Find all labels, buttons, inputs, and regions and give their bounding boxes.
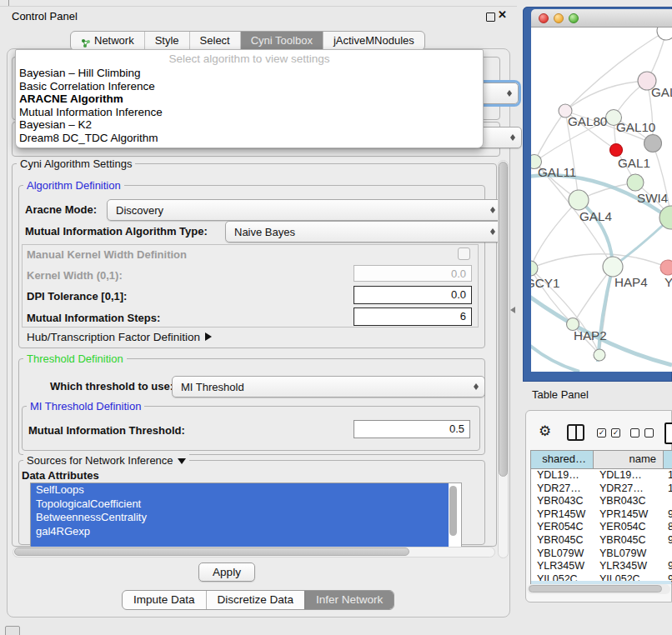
table-cell[interactable]: YBL079W [531, 548, 594, 561]
close-icon[interactable]: ✕ [498, 8, 507, 21]
bottom-tab-impute-data[interactable]: Impute Data [123, 591, 206, 609]
float-panel-icon[interactable] [486, 12, 495, 22]
table-row[interactable]: YPR145WYPR145W9. [531, 508, 672, 522]
checked-checkbox-icon[interactable]: ✓ [597, 428, 606, 438]
bottom-left-partial-icon[interactable] [5, 626, 20, 635]
table-cell[interactable]: YDL19… [531, 469, 594, 482]
table-cell[interactable]: 12 [664, 482, 672, 496]
data-attribute-item[interactable]: TopologicalCoefficient [31, 498, 449, 512]
algorithm-option[interactable]: Basic Correlation Inference [16, 80, 483, 93]
table-cell[interactable]: YBR045C [531, 534, 594, 548]
data-attributes-list[interactable]: SelfLoopsTopologicalCoefficientBetweenne… [30, 482, 462, 548]
network-node[interactable] [627, 174, 644, 191]
settings-vertical-scrollbar-thumb[interactable] [499, 162, 508, 477]
zoom-traffic-light-icon[interactable] [569, 13, 579, 23]
combo-arrows-icon [489, 225, 497, 238]
table-row[interactable]: YLR345WYLR345W9. [531, 560, 672, 573]
tab-network[interactable]: Network [71, 32, 144, 50]
settings-horizontal-scrollbar-thumb[interactable] [14, 548, 409, 556]
tab-select[interactable]: Select [189, 32, 240, 50]
network-graph: GALGAL80GAL10GAL1GAL11SWI4GAL4GCY1HAP4YH… [531, 28, 672, 372]
table-cell[interactable]: YPR145W [531, 508, 594, 522]
table-cell[interactable]: 9. [664, 560, 672, 573]
table-cell[interactable]: YLR345W [594, 560, 664, 573]
network-node[interactable] [610, 144, 623, 157]
table-cell[interactable]: YBL079W [594, 548, 664, 561]
data-attribute-item[interactable]: BetweennessCentrality [31, 511, 449, 525]
table-row[interactable]: YDR27…YDR27…12 [531, 482, 672, 496]
network-node[interactable] [594, 349, 605, 361]
network-node[interactable] [644, 135, 662, 152]
network-canvas[interactable]: GALGAL80GAL10GAL1GAL11SWI4GAL4GCY1HAP4YH… [531, 28, 672, 372]
attribute-list-scrollbar[interactable] [449, 486, 457, 536]
node-table[interactable]: shared…name YDL19…YDL19…13YDR27…YDR27…12… [530, 450, 672, 584]
tab-cyni-toolbox[interactable]: Cyni Toolbox [240, 32, 323, 50]
tab-style[interactable]: Style [144, 32, 189, 50]
table-cell[interactable]: YPR145W [594, 508, 664, 522]
network-node[interactable] [569, 190, 589, 210]
table-cell[interactable]: YBR043C [531, 495, 594, 508]
manual-kernel-checkbox[interactable] [458, 248, 470, 260]
algorithm-dropdown-popup: Select algorithm to view settings Bayesi… [15, 49, 484, 148]
algorithm-option[interactable]: ARACNE Algorithm [16, 92, 483, 106]
document-icon[interactable] [664, 422, 672, 444]
bottom-tab-infer-network[interactable]: Infer Network [304, 591, 394, 609]
unchecked-checkbox-icon[interactable] [644, 428, 654, 438]
column-header-name[interactable]: name [594, 451, 664, 468]
kernel-width-field[interactable]: 0.0 [354, 265, 472, 282]
table-cell[interactable]: 8. [664, 521, 672, 534]
table-cell[interactable]: 13 [664, 469, 672, 482]
algorithm-option[interactable]: Dream8 DC_TDC Algorithm [16, 132, 483, 145]
table-cell[interactable]: YDR27… [531, 482, 594, 496]
table-cell[interactable] [664, 548, 672, 561]
table-cell[interactable] [664, 495, 672, 508]
network-node[interactable] [603, 257, 623, 277]
mi-threshold-field[interactable]: 0.5 [354, 420, 470, 438]
dpi-tolerance-field[interactable]: 0.0 [354, 286, 472, 304]
close-traffic-light-icon[interactable] [539, 13, 549, 23]
algorithm-option[interactable]: Bayesian – K2 [16, 118, 483, 132]
node-label: GAL10 [616, 120, 655, 134]
table-row[interactable]: YBR043CYBR043C [531, 495, 672, 508]
minimize-traffic-light-icon[interactable] [554, 13, 564, 23]
split-columns-icon[interactable] [567, 424, 584, 441]
table-cell[interactable]: YBR045C [594, 534, 664, 548]
table-row[interactable]: YBL079WYBL079W [531, 548, 672, 561]
table-cell[interactable]: 9. [664, 508, 672, 522]
splitter-collapse-arrow-icon[interactable] [510, 307, 515, 313]
network-node[interactable] [660, 260, 672, 275]
unchecked-checkbox-icon[interactable] [630, 428, 639, 438]
mi-type-combo[interactable]: Naive Bayes [225, 221, 502, 242]
sources-toggle[interactable]: Sources for Network Inference [23, 454, 189, 467]
table-row[interactable]: YER054CYER054C8. [531, 521, 672, 534]
which-threshold-combo[interactable]: MI Threshold [172, 376, 485, 398]
checked-checkbox-icon[interactable]: ✓ [611, 428, 620, 438]
table-cell[interactable]: 9. [664, 534, 672, 548]
table-cell[interactable]: YDR27… [594, 482, 664, 496]
table-cell[interactable]: YBR043C [594, 495, 664, 508]
hub-definition-toggle[interactable]: Hub/Transcription Factor Definition [27, 331, 212, 343]
table-cell[interactable]: YER054C [531, 521, 594, 534]
table-hscroll-thumb[interactable] [529, 585, 662, 592]
bottom-tab-discretize-data[interactable]: Discretize Data [206, 591, 305, 609]
node-label: HAP2 [574, 328, 607, 342]
column-header-extra[interactable] [664, 451, 672, 468]
aracne-mode-combo[interactable]: Discovery [107, 199, 502, 221]
algorithm-option[interactable]: Mutual Information Inference [16, 106, 483, 119]
mi-steps-field[interactable]: 6 [354, 308, 472, 326]
table-row[interactable]: YDL19…YDL19…13 [531, 469, 672, 482]
mi-threshold-label: Mutual Information Threshold: [28, 424, 185, 438]
table-cell[interactable]: YER054C [594, 521, 664, 534]
table-cell[interactable]: YLR345W [531, 560, 594, 573]
table-cell[interactable]: YDL19… [594, 469, 664, 482]
column-header-shared[interactable]: shared… [531, 451, 594, 468]
apply-button[interactable]: Apply [198, 562, 255, 582]
network-window-titlebar[interactable] [531, 9, 672, 28]
gear-icon[interactable]: ⚙ [539, 423, 551, 440]
data-attribute-item[interactable]: gal4RGexp [31, 525, 449, 539]
algorithm-option[interactable]: Bayesian – Hill Climbing [16, 67, 483, 80]
data-attribute-item[interactable]: SelfLoops [31, 483, 449, 498]
tab-jactivemnodules[interactable]: jActiveMNodules [323, 32, 424, 50]
table-row[interactable]: YBR045CYBR045C9. [531, 534, 672, 548]
network-node[interactable] [657, 28, 672, 40]
